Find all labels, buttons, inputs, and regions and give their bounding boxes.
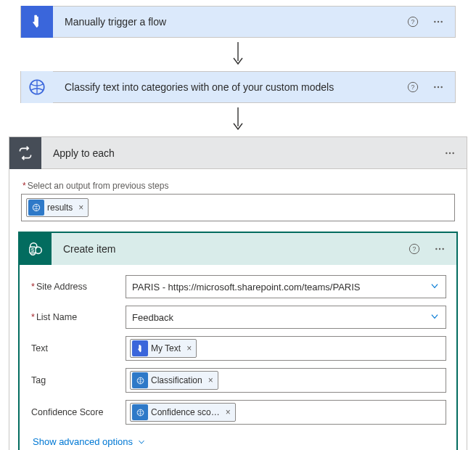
apply-to-each-header[interactable]: Apply to each [9,137,467,169]
chevron-down-icon [430,281,440,293]
token-confidence[interactable]: Confidence sco… × [130,403,236,422]
confidence-input[interactable]: Confidence sco… × [126,400,446,425]
create-item-title: Create item [52,243,409,255]
row-site-address: *Site Address PARIS - https://microsoft.… [30,275,446,298]
help-icon[interactable]: ? [407,16,419,28]
token-remove-icon[interactable]: × [77,202,88,213]
svg-text:?: ? [411,83,415,91]
help-icon[interactable]: ? [407,81,419,93]
confidence-label: Confidence Score [30,407,126,417]
step-title: Manually trigger a flow [53,16,407,28]
loop-icon [9,137,41,169]
sharepoint-icon: S [20,233,52,265]
list-name-label: *List Name [30,312,126,322]
svg-point-3 [438,21,439,22]
svg-point-24 [435,248,437,250]
tag-label: Tag [30,375,126,385]
list-name-select[interactable]: Feedback [126,306,446,329]
output-select-label: *Select an output from previous steps [22,181,458,191]
more-icon[interactable] [433,243,446,255]
step-title: Classify text into categories with one o… [53,81,407,93]
svg-point-26 [442,248,443,250]
svg-point-2 [434,21,435,22]
arrow-connector [6,42,470,67]
apply-to-each-container: Apply to each *Select an output from pre… [9,136,467,450]
token-remove-icon[interactable]: × [207,375,218,385]
token-classification[interactable]: Classification × [130,371,218,390]
tag-input[interactable]: Classification × [126,368,446,393]
svg-point-11 [440,86,442,88]
chevron-down-icon [430,311,440,324]
show-advanced-options[interactable]: Show advanced options [30,432,149,449]
trigger-token-icon [132,340,148,356]
create-item-action: S Create item ? *Site Address PARIS - h [18,232,458,450]
more-icon[interactable] [432,81,445,93]
token-remove-icon[interactable]: × [185,343,196,353]
ai-token-icon [28,200,44,216]
svg-text:?: ? [413,245,416,253]
text-input[interactable]: My Text × [126,336,446,361]
more-icon[interactable] [443,147,456,159]
step-manual-trigger[interactable]: Manually trigger a flow ? [20,6,456,38]
more-icon[interactable] [432,16,445,28]
svg-point-9 [434,86,435,88]
arrow-connector [6,107,470,132]
ai-token-icon [132,404,148,420]
token-remove-icon[interactable]: × [224,407,235,417]
svg-point-10 [438,86,439,88]
row-confidence: Confidence Score Confidence sco… × [30,400,446,425]
svg-text:?: ? [411,18,415,25]
svg-point-14 [449,152,451,153]
svg-text:S: S [31,248,35,253]
trigger-icon [21,6,53,38]
help-icon[interactable]: ? [409,243,420,255]
row-list-name: *List Name Feedback [30,306,446,329]
output-select-input[interactable]: results × [21,194,455,221]
token-mytext[interactable]: My Text × [130,339,197,358]
svg-point-13 [446,152,447,153]
row-text: Text My Text × [30,336,446,361]
svg-point-4 [440,21,442,22]
svg-point-15 [452,152,454,153]
row-tag: Tag Classification × [30,368,446,393]
token-label: results [46,202,77,213]
ai-icon [21,71,53,103]
site-address-select[interactable]: PARIS - https://microsoft.sharepoint.com… [126,275,446,298]
chevron-down-icon [137,438,146,446]
ai-token-icon [132,372,148,388]
svg-point-25 [439,248,440,250]
token-results[interactable]: results × [26,198,89,217]
text-label: Text [30,343,126,353]
create-item-header[interactable]: S Create item ? [20,233,456,265]
site-address-label: *Site Address [30,282,126,292]
loop-title: Apply to each [41,147,443,159]
step-classify-text[interactable]: Classify text into categories with one o… [20,71,456,103]
